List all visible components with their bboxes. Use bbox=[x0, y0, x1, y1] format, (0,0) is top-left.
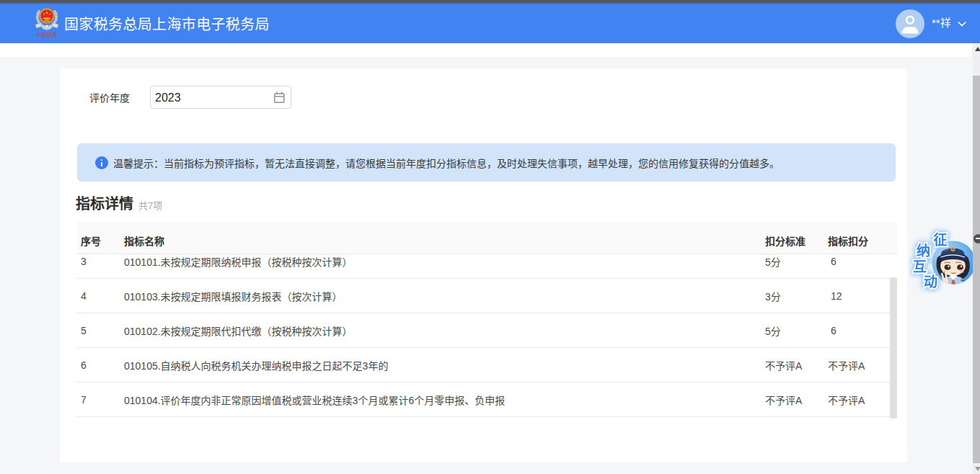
svg-text:动: 动 bbox=[924, 274, 937, 290]
svg-text:征: 征 bbox=[934, 232, 948, 248]
svg-text:纳: 纳 bbox=[917, 243, 930, 259]
svg-text:中国税务: 中国税务 bbox=[36, 31, 58, 37]
svg-text:互: 互 bbox=[913, 259, 927, 274]
